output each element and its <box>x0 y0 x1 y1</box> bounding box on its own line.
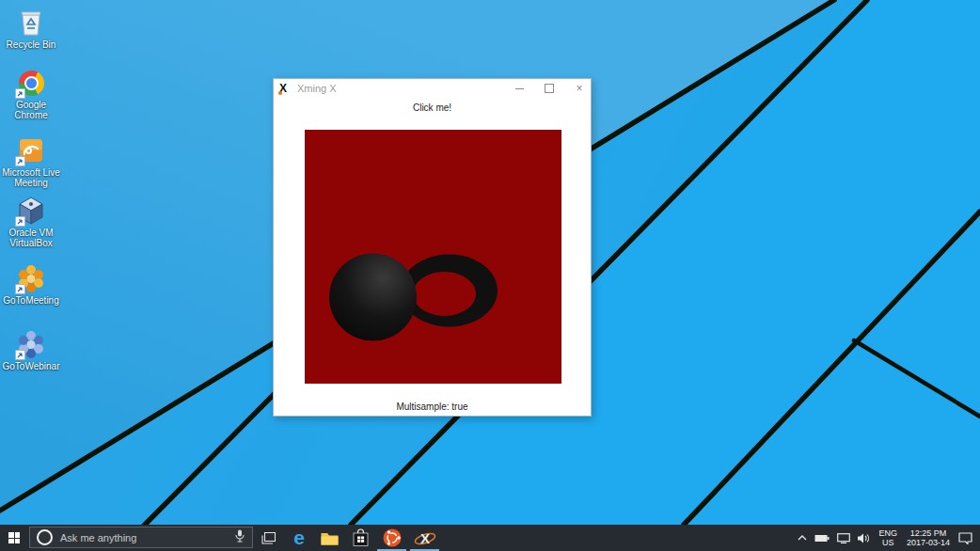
xming-icon: X <box>420 530 430 546</box>
xming-window: X Xming X × Click me! Multisample: true <box>273 78 592 417</box>
language-line2: US <box>882 538 894 547</box>
windows-logo-icon <box>8 532 20 543</box>
desktop-icon-label: Microsoft Live Meeting <box>1 167 61 188</box>
desktop-icon-label: Oracle VM VirtualBox <box>1 228 61 248</box>
desktop-screen: Recycle Bin Google Chrome Microsoft Live… <box>0 0 980 551</box>
system-tray: ENG US 12:25 PM 2017-03-14 <box>794 525 980 551</box>
opengl-canvas[interactable] <box>305 130 561 384</box>
taskbar-xming-button[interactable]: X <box>411 525 439 551</box>
window-title: Xming X <box>297 83 337 94</box>
gotowebinar-icon <box>16 329 46 359</box>
battery-icon[interactable] <box>814 534 830 543</box>
virtualbox-icon <box>16 196 46 226</box>
close-button[interactable]: × <box>574 83 585 94</box>
desktop-icon-google-chrome[interactable]: Google Chrome <box>0 68 62 120</box>
chrome-icon <box>16 68 46 98</box>
multisample-status-label: Multisample: true <box>274 401 591 412</box>
shortcut-arrow-icon <box>15 350 25 360</box>
desktop-icon-gotomeeting[interactable]: GoToMeeting <box>0 263 62 306</box>
folder-icon <box>321 531 339 545</box>
cortana-search-box[interactable]: Ask me anything <box>29 527 253 548</box>
volume-icon[interactable] <box>858 533 870 543</box>
desktop-icon-label: GoToWebinar <box>3 361 60 371</box>
gotomeeting-icon <box>16 263 46 293</box>
maximize-button[interactable] <box>544 83 555 94</box>
shortcut-arrow-icon <box>15 284 25 294</box>
desktop-icon-virtualbox[interactable]: Oracle VM VirtualBox <box>0 196 62 248</box>
show-hidden-icons-chevron[interactable] <box>798 535 807 541</box>
tray-time: 12:25 PM <box>910 528 947 538</box>
start-button[interactable] <box>0 525 28 551</box>
recycle-bin-icon <box>16 8 46 38</box>
network-icon[interactable] <box>837 533 850 543</box>
black-sphere <box>329 254 417 341</box>
taskbar-edge-button[interactable]: e <box>285 525 313 551</box>
desktop-icon-gotowebinar[interactable]: GoToWebinar <box>0 329 62 371</box>
click-me-button[interactable]: Click me! <box>274 102 591 113</box>
language-line1: ENG <box>878 528 897 538</box>
search-placeholder: Ask me anything <box>60 532 235 543</box>
language-indicator[interactable]: ENG US <box>878 528 897 547</box>
edge-icon: e <box>293 525 305 551</box>
microphone-icon[interactable] <box>235 529 245 546</box>
store-icon <box>353 528 369 547</box>
shortcut-arrow-icon <box>15 156 25 166</box>
xming-app-icon: X <box>279 83 292 95</box>
tray-date: 2017-03-14 <box>907 538 950 547</box>
desktop-icon-label: GoToMeeting <box>3 295 58 306</box>
clock[interactable]: 12:25 PM 2017-03-14 <box>907 528 950 547</box>
task-view-button[interactable] <box>256 525 280 551</box>
cortana-icon <box>37 529 53 545</box>
desktop-icon-label: Google Chrome <box>1 100 61 120</box>
taskbar-store-button[interactable] <box>346 525 374 551</box>
desktop-icon-label: Recycle Bin <box>7 39 56 50</box>
minimize-button[interactable] <box>514 83 525 94</box>
live-meeting-icon <box>16 135 46 165</box>
desktop-icon-recycle-bin[interactable]: Recycle Bin <box>0 8 62 50</box>
ubuntu-icon <box>383 528 402 547</box>
taskbar-file-explorer-button[interactable] <box>315 525 343 551</box>
shortcut-arrow-icon <box>15 88 25 99</box>
window-titlebar[interactable]: X Xming X × <box>274 79 591 98</box>
taskbar: Ask me anything e <box>0 525 980 551</box>
action-center-icon[interactable] <box>958 532 972 544</box>
desktop-icon-live-meeting[interactable]: Microsoft Live Meeting <box>0 135 62 188</box>
taskbar-ubuntu-button[interactable] <box>378 525 406 551</box>
shortcut-arrow-icon <box>15 216 25 227</box>
